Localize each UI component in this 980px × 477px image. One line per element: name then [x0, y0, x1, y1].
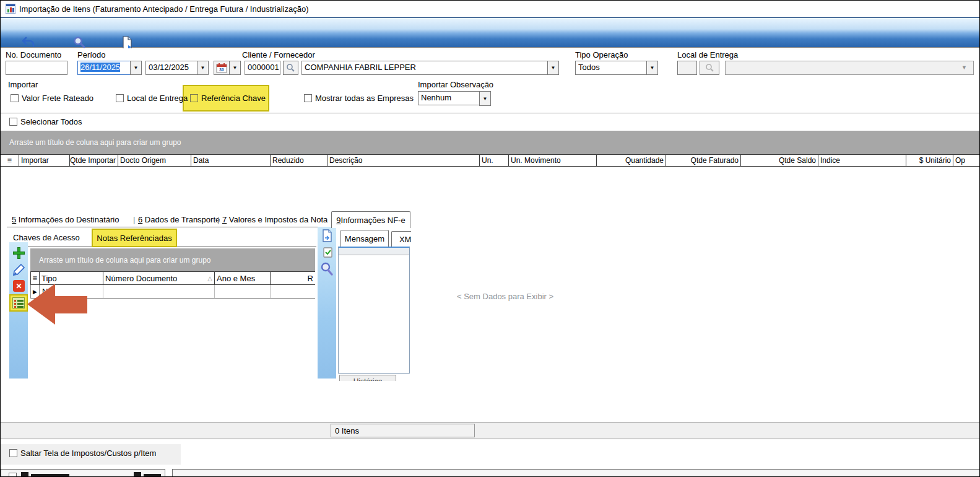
title-bar: Importação de Itens (Faturamento Antecip… [1, 1, 980, 17]
search-icon [286, 63, 295, 72]
main-grid-header: ≣ Importar Qtde Importar Docto Origem Da… [1, 154, 980, 167]
column-header-unitario[interactable]: $ Unitário [906, 155, 953, 166]
importar-observacao-combo[interactable]: Nenhum [418, 91, 480, 105]
svg-text:30: 30 [219, 68, 224, 72]
periodo-from-input[interactable]: 26/11/2025 [77, 61, 131, 75]
column-header-qtde-importar[interactable]: Qtde Importar [70, 155, 118, 166]
mensagem-panel-header [339, 248, 409, 255]
tab-dados-transporte[interactable]: 6 Dados de Transporte [138, 215, 220, 224]
message-tab-strip: Mensagem XML - [338, 229, 411, 247]
document-button[interactable] [322, 229, 333, 245]
column-header-reduzido[interactable]: Reduzido [271, 155, 327, 166]
pencil-icon [12, 263, 25, 276]
cliente-search-button[interactable] [283, 61, 298, 75]
left-arrow-annotation [27, 284, 55, 325]
cliente-code-input[interactable]: 0000001 [245, 61, 280, 75]
tipo-operacao-label: Tipo Operação [575, 50, 628, 59]
tab-historico[interactable]: Histórico [339, 375, 396, 381]
cell-ano-mes [215, 285, 271, 298]
column-header-op[interactable]: Op [953, 155, 980, 166]
delete-x-icon: ✕ [15, 282, 22, 291]
tab-xml[interactable]: XML - [391, 231, 411, 247]
calendar-dropdown[interactable]: ▼ [229, 61, 241, 75]
tab-valores-impostos[interactable]: 7 Valores e Impostos da Nota [222, 215, 327, 224]
delete-button[interactable]: ✕ [13, 280, 25, 292]
tipo-operacao-combo[interactable]: Todos [575, 61, 647, 75]
import-document-icon [121, 36, 134, 50]
itens-count: 0 Itens [331, 424, 475, 437]
column-header-data[interactable]: Data [191, 155, 271, 166]
ref-grid-header: ≣ Tipo Número Documento △ Ano e Mes R [30, 271, 315, 285]
highlight-list-button [9, 294, 28, 312]
clipped-text-fragment [134, 472, 141, 477]
periodo-to-dropdown[interactable]: ▼ [197, 61, 209, 75]
checkbox-row: Valor Frete Rateado Local de Entrega Ref… [1, 92, 422, 107]
column-header-un-movimento[interactable]: Un. Movimento [509, 155, 597, 166]
importar-observacao-label: Importar Observação [418, 80, 493, 89]
cell-r [271, 285, 315, 298]
bottom-partial-panel-right [172, 469, 980, 477]
list-button[interactable] [12, 297, 25, 309]
cliente-name-dropdown[interactable]: ▼ [547, 61, 559, 75]
app-window: Importação de Itens (Faturamento Antecip… [0, 0, 980, 477]
subtab-chaves-de-acesso[interactable]: Chaves de Acesso [13, 233, 80, 242]
checkbox-label: Selecionar Todos [20, 117, 82, 126]
tab-separator: | [217, 215, 219, 224]
importar-group-label: Importar [8, 80, 38, 89]
column-header-quantidade[interactable]: Quantidade [597, 155, 666, 166]
checkbox-box[interactable] [9, 473, 17, 477]
column-header-numero-documento[interactable]: Número Documento △ [103, 272, 215, 284]
search-icon [320, 262, 334, 277]
subtab-notas-referenciadas-active[interactable]: Notas Referênciadas [92, 229, 177, 247]
list-icon [14, 303, 16, 305]
search-button[interactable] [320, 262, 334, 279]
checkbox-box [11, 94, 19, 102]
column-header-tipo[interactable]: Tipo [40, 272, 103, 284]
periodo-to-input[interactable]: 03/12/2025 [145, 61, 197, 75]
periodo-from-dropdown[interactable]: ▼ [130, 61, 142, 75]
column-header-descricao[interactable]: Descrição [327, 155, 480, 166]
tab-mensagem-active[interactable]: Mensagem [340, 230, 389, 247]
tab-informacoes-nfe-active[interactable]: 9 Informações NF-e [331, 211, 410, 228]
no-documento-input[interactable] [6, 61, 67, 75]
confirm-button[interactable] [323, 247, 333, 260]
edit-button[interactable] [12, 263, 25, 278]
column-header-indice[interactable]: Indice [818, 155, 906, 166]
calendar-30-icon: 30 [216, 63, 227, 73]
tipo-operacao-dropdown[interactable]: ▼ [646, 61, 658, 75]
sort-asc-triangle: △ [207, 275, 212, 282]
checkbox-box [9, 118, 17, 126]
undo-arrow-icon [21, 36, 36, 50]
mensagem-panel[interactable] [338, 247, 410, 374]
status-bar: 0 Itens [1, 422, 980, 439]
cliente-name-combo[interactable]: COMPANHIA FABRIL LEPPER [301, 61, 548, 75]
plus-icon [13, 252, 25, 255]
calendar-button[interactable]: 30 [214, 61, 230, 75]
column-header-un[interactable]: Un. [480, 155, 509, 166]
ref-grid-group-band: Arraste um título de coluna aqui para cr… [30, 248, 315, 271]
add-button[interactable] [12, 246, 25, 260]
list-icon [17, 306, 24, 308]
historico-tab-clip: Histórico [337, 374, 411, 381]
column-header-docto-origem[interactable]: Docto Origem [118, 155, 191, 166]
column-header-qtde-saldo[interactable]: Qtde Saldo [741, 155, 818, 166]
column-header-r[interactable]: R [271, 272, 315, 284]
checkbox-label: Valor Frete Rateado [22, 94, 93, 103]
tab-informacoes-destinatario[interactable]: 5 Informações do Destinatário [12, 215, 119, 224]
checkbox-box [190, 94, 198, 102]
column-header-ano-e-mes[interactable]: Ano e Mes [215, 272, 271, 284]
importar-observacao-dropdown[interactable]: ▼ [479, 91, 491, 106]
no-documento-label: No. Documento [6, 50, 61, 59]
column-header-importar[interactable]: Importar [19, 155, 70, 166]
document-icon [322, 229, 333, 243]
bar-chart-icon [6, 4, 15, 14]
search-icon [705, 63, 714, 72]
column-header-qtde-faturado[interactable]: Qtde Faturado [666, 155, 741, 166]
list-icon [14, 300, 16, 302]
saltar-panel: Saltar Tela de Impostos/Custos p/Item [1, 444, 181, 465]
empty-data-text: < Sem Dados para Exibir > [457, 292, 553, 301]
column-header-label: Número Documento [105, 274, 177, 283]
list-icon [17, 300, 24, 302]
clipped-text-fragment [31, 474, 69, 477]
checkbox-box [9, 449, 17, 457]
